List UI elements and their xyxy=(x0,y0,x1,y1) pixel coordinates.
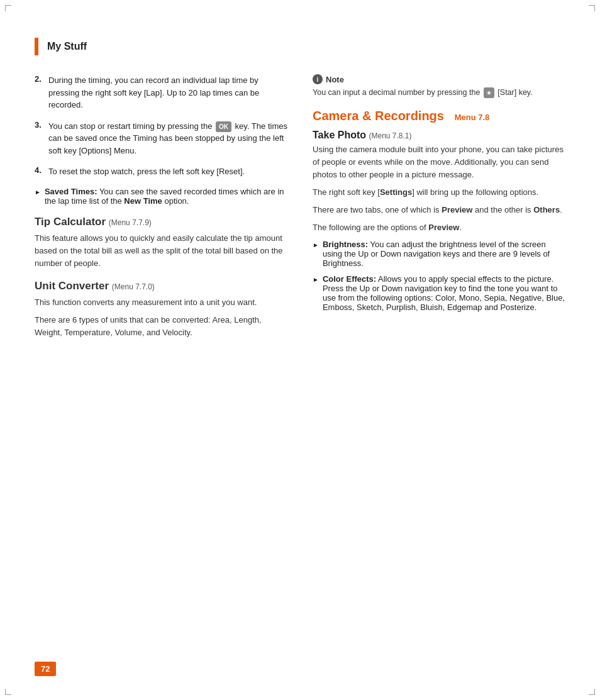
saved-times-label: Saved Times: xyxy=(45,187,97,196)
camera-recordings-heading: Camera & Recordings Menu 7.8 xyxy=(313,109,565,123)
item-2-text: During the timing, you can record an ind… xyxy=(48,74,287,111)
numbered-item-3: 3. You can stop or restart timing by pre… xyxy=(35,120,287,157)
saved-times-text: Saved Times: You can see the saved recor… xyxy=(45,187,287,206)
page-number: 72 xyxy=(35,662,56,676)
saved-times-bullet: ► Saved Times: You can see the saved rec… xyxy=(35,187,287,206)
brightness-triangle: ► xyxy=(313,242,319,268)
page-content: My Stuff 2. During the timing, you can r… xyxy=(0,0,600,382)
take-photo-intro: Using the camera module built into your … xyxy=(313,143,565,181)
page-title: My Stuff xyxy=(47,41,87,52)
corner-mark-tr xyxy=(589,5,595,11)
brightness-text: Brightness: You can adjust the brightnes… xyxy=(323,240,565,268)
brightness-bullet: ► Brightness: You can adjust the brightn… xyxy=(313,240,565,268)
ok-key-icon: OK xyxy=(216,121,231,132)
corner-mark-bl xyxy=(5,689,11,695)
item-3-text: You can stop or restart timing by pressi… xyxy=(48,120,287,157)
color-effects-bullet: ► Color Effects: Allows you to apply spe… xyxy=(313,274,565,312)
corner-mark-br xyxy=(589,689,595,695)
tip-calculator-body: This feature allows you to quickly and e… xyxy=(35,232,287,270)
corner-mark-tl xyxy=(5,5,11,11)
header-bar xyxy=(35,38,38,55)
color-effects-text: Color Effects: Allows you to apply speci… xyxy=(323,274,565,312)
tip-calculator-menu-ref: (Menu 7.7.9) xyxy=(109,218,152,227)
bullet-triangle: ► xyxy=(35,189,41,206)
item-4-num: 4. xyxy=(35,165,46,178)
camera-recordings-menu-ref: Menu 7.8 xyxy=(455,113,490,122)
item-4-text: To reset the stop watch, press the left … xyxy=(48,165,245,178)
settings-line: The right soft key [Settings] will bring… xyxy=(313,186,565,199)
unit-converter-body2: There are 6 types of units that can be c… xyxy=(35,314,287,339)
note-icon: i xyxy=(313,74,323,84)
note-box: i Note You can input a decimal number by… xyxy=(313,74,565,99)
star-key-icon: ★ xyxy=(484,87,494,98)
page-header: My Stuff xyxy=(35,38,565,55)
unit-converter-menu-ref: (Menu 7.7.0) xyxy=(112,282,155,291)
left-column: 2. During the timing, you can record an … xyxy=(35,74,287,344)
right-column: i Note You can input a decimal number by… xyxy=(313,74,565,344)
note-text: You can input a decimal number by pressi… xyxy=(313,87,565,99)
tip-calculator-heading: Tip Calculator (Menu 7.7.9) xyxy=(35,216,287,228)
numbered-item-2: 2. During the timing, you can record an … xyxy=(35,74,287,111)
note-title: i Note xyxy=(313,74,565,84)
take-photo-heading: Take Photo (Menu 7.8.1) xyxy=(313,130,565,141)
unit-converter-body1: This function converts any measurement i… xyxy=(35,296,287,309)
item-2-num: 2. xyxy=(35,74,46,111)
take-photo-menu-ref: (Menu 7.8.1) xyxy=(369,131,412,140)
preview-line: The following are the options of Preview… xyxy=(313,221,565,234)
two-column-layout: 2. During the timing, you can record an … xyxy=(35,74,565,344)
color-effects-triangle: ► xyxy=(313,276,319,312)
numbered-item-4: 4. To reset the stop watch, press the le… xyxy=(35,165,287,178)
tabs-line: There are two tabs, one of which is Prev… xyxy=(313,204,565,216)
unit-converter-heading: Unit Converter (Menu 7.7.0) xyxy=(35,280,287,292)
item-3-num: 3. xyxy=(35,120,46,157)
